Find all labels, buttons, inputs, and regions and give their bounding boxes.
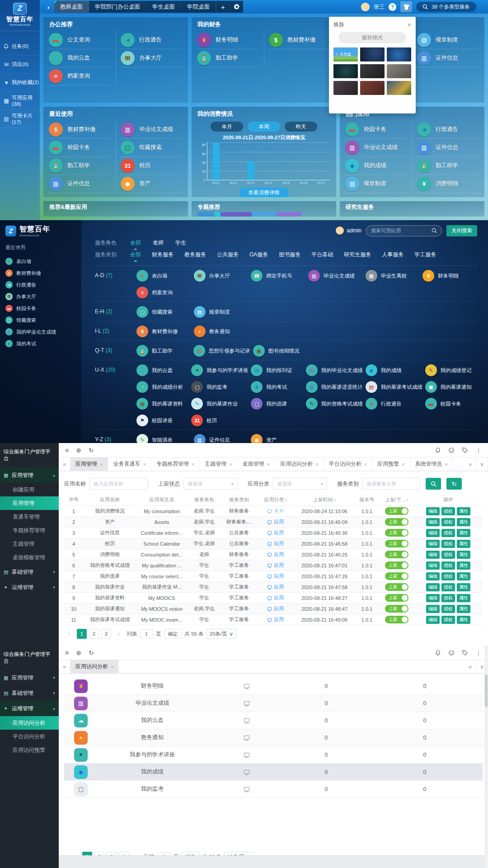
app-item[interactable]: ⚑校园讲座 (136, 413, 188, 428)
app-item[interactable]: ▥我的毕业论文成绩 (306, 363, 363, 378)
app-item[interactable]: ◉ 资产 (121, 175, 183, 193)
period-tab[interactable]: 本周 (248, 122, 280, 132)
service-search[interactable]: 38 个多类型服务 (416, 2, 476, 12)
type-option[interactable]: 人事服务 (382, 251, 404, 259)
category-select[interactable]: 请选择▾ (273, 478, 327, 490)
app-item[interactable]: ⌛勤工助学 (136, 343, 191, 359)
publish-toggle[interactable]: 上架 (385, 551, 408, 558)
more-options-icon[interactable]: ⋮ (475, 447, 482, 453)
app-item[interactable]: ◔我的成绩分析 (136, 379, 188, 395)
submenu-item[interactable]: 桌面模板管理 (0, 551, 59, 564)
authorize-button[interactable]: 授权 (441, 583, 455, 591)
app-item[interactable]: ⌛ 勤工助学 (417, 157, 479, 175)
scroll-tabs-right-icon[interactable]: » (465, 458, 476, 471)
attribute-button[interactable]: 属性 (457, 572, 470, 580)
type-option[interactable]: 财务服务 (152, 251, 174, 259)
app-search-input[interactable]: 搜索可用应用 (366, 225, 442, 236)
recent-app-item[interactable]: ▥ 我的毕业论文成绩 (5, 326, 81, 338)
prev-page-icon[interactable]: ‹ (64, 629, 74, 639)
close-tab-icon[interactable]: × (100, 462, 103, 467)
attribute-button[interactable]: 属性 (457, 583, 470, 591)
app-item[interactable]: ¥ 财务明细 (197, 31, 259, 49)
app-item[interactable]: ▤ 规章制度 (345, 175, 407, 193)
app-item[interactable]: ≡档案查询 (136, 285, 191, 300)
type-option[interactable]: 教务服务 (184, 251, 206, 259)
app-item[interactable]: $ 教材费补缴 (49, 121, 111, 139)
publish-toggle[interactable]: 上架 (385, 540, 408, 547)
edit-button[interactable]: 编辑 (426, 572, 440, 580)
page-jump-input[interactable] (140, 629, 153, 638)
scroll-tabs-left-icon[interactable]: « (59, 660, 70, 673)
role-option[interactable]: 学生 (175, 239, 186, 247)
app-item[interactable]: ▥证件信息 (194, 432, 249, 443)
app-item[interactable]: ▥ 证件信息 (49, 175, 111, 193)
publish-toggle[interactable]: 上架 (385, 518, 408, 526)
app-item[interactable]: ✦我参与的学术讲座 (191, 363, 248, 378)
app-item[interactable]: Ⅲ办事大厅 (194, 268, 249, 283)
skin-thumbnail[interactable] (387, 47, 411, 61)
authorize-button[interactable]: 授权 (441, 616, 455, 624)
publish-toggle[interactable]: 上架 (385, 594, 408, 602)
scroll-tabs-right-icon[interactable]: » (465, 660, 476, 673)
app-item[interactable]: ▥毕业论文成绩 (308, 268, 363, 283)
edit-button[interactable]: 编辑 (426, 583, 440, 591)
add-desktop-button[interactable]: + (216, 1, 230, 13)
bell-icon[interactable] (435, 650, 441, 656)
simple-mode-button[interactable]: 极简模式 (338, 32, 406, 43)
refresh-icon[interactable]: ↻ (89, 650, 94, 656)
skin-thumbnail[interactable] (333, 64, 358, 78)
authorize-button[interactable]: 授权 (441, 594, 455, 602)
menu-ops-management[interactable]: ✦ 运维管理 ▾ (0, 580, 59, 595)
period-tab[interactable]: 本月 (211, 122, 243, 132)
attribute-button[interactable]: 属性 (457, 561, 470, 570)
menu-app-management[interactable]: ▦ 应用管理 ▾ (0, 670, 59, 685)
app-item[interactable]: ▥ 毕业论文成绩 (121, 121, 183, 139)
edit-button[interactable]: 编辑 (426, 551, 440, 559)
close-tab-icon[interactable]: × (229, 462, 232, 467)
app-item[interactable]: ▤ 规章制度 (417, 31, 479, 49)
recent-app-item[interactable]: ♥ 表白墙 (5, 255, 81, 267)
edit-button[interactable]: 编辑 (426, 561, 440, 570)
skin-thumbnail[interactable] (387, 64, 411, 78)
edit-button[interactable]: 编辑 (426, 507, 440, 515)
category-link[interactable]: 卡片 (257, 508, 295, 514)
category-link[interactable]: 应用 (257, 616, 295, 623)
edit-button[interactable]: 编辑 (426, 518, 440, 526)
authorize-button[interactable]: 授权 (441, 561, 455, 570)
desktop-tab[interactable]: 学院部门办公桌面 (89, 1, 146, 13)
page-number[interactable]: 1 (77, 629, 87, 639)
app-item[interactable]: ▬ 公文查询 (49, 31, 111, 49)
app-item[interactable]: Ⅲ 办事大厅 (121, 49, 183, 67)
app-item[interactable]: ▦我的慕课资料 (136, 396, 188, 411)
recent-app-item[interactable]: $ 教材费补缴 (5, 267, 81, 279)
chat-icon[interactable] (448, 650, 455, 656)
attribute-button[interactable]: 属性 (457, 540, 470, 548)
admin-tab[interactable]: 平台访问分析× (324, 458, 372, 471)
app-item[interactable]: ▤我的报到证 (251, 363, 303, 378)
role-option[interactable]: 全部 (130, 239, 141, 247)
sidebar-item-tasks[interactable]: 任务(0) (0, 38, 40, 56)
refresh-icon[interactable]: ↻ (89, 447, 94, 453)
app-item[interactable]: ◆我的成绩 (366, 363, 422, 378)
app-item[interactable]: ▤规章制度 (194, 304, 249, 320)
skin-thumbnail[interactable] (333, 81, 358, 95)
app-item[interactable]: ◄ 行政通告 (417, 121, 479, 139)
app-item[interactable]: ▥我的慕课进度统计 (306, 379, 363, 395)
app-item[interactable]: $ 教材费补缴 (269, 31, 331, 49)
collapse-menu-icon[interactable]: ≡ (65, 447, 69, 453)
close-tab-icon[interactable]: × (445, 462, 448, 467)
attribute-button[interactable]: 属性 (457, 605, 470, 613)
type-option[interactable]: 公共服务 (217, 251, 239, 259)
globe-icon[interactable]: ⊕ (76, 447, 81, 453)
role-option[interactable]: 老师 (153, 239, 164, 247)
recent-app-item[interactable]: ▢ 馆藏搜索 (5, 314, 81, 326)
authorize-button[interactable]: 授权 (441, 540, 455, 548)
app-item[interactable]: ▦毕业生离校 (366, 268, 420, 283)
publish-toggle[interactable]: 上架 (385, 529, 408, 537)
submenu-item[interactable]: 应用访问预警 (0, 743, 59, 757)
authorize-button[interactable]: 授权 (441, 518, 455, 526)
submenu-item[interactable]: 创建应用 (0, 483, 59, 496)
app-item[interactable]: ✎我的资格考试成绩 (306, 396, 363, 411)
recent-app-item[interactable]: ▬ 校园卡务 (5, 302, 81, 314)
menu-ops-management[interactable]: ✦ 运维管理 ▴ (0, 701, 59, 716)
